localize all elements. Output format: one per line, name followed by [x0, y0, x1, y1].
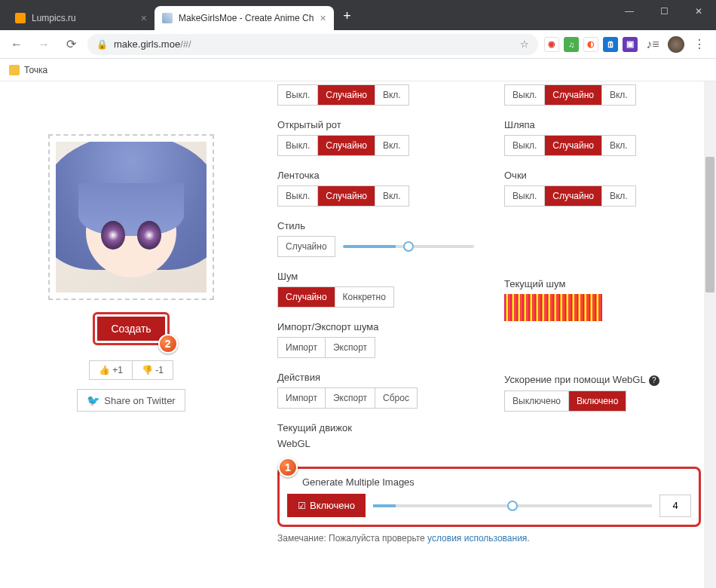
- reload-button[interactable]: ⟳: [60, 34, 81, 55]
- option-label: Стиль: [277, 220, 474, 231]
- vote-group: 👍 +1 👎 -1: [89, 360, 173, 380]
- star-icon[interactable]: ☆: [520, 38, 529, 50]
- ext-icon[interactable]: ◉: [544, 37, 559, 52]
- toggle-off[interactable]: Выкл.: [505, 136, 544, 155]
- noise-concrete[interactable]: Конкретно: [335, 287, 393, 307]
- url-domain: make.girls.moe: [114, 38, 180, 50]
- open-mouth-toggle: Выкл. Случайно Вкл.: [277, 135, 409, 156]
- option-label: Ленточка: [277, 170, 474, 181]
- options-panel: Выкл. Случайно Вкл. Открытый рот Выкл. С…: [262, 81, 716, 588]
- forward-button[interactable]: →: [33, 34, 54, 55]
- toggle-random[interactable]: Случайно: [317, 85, 375, 105]
- generate-button[interactable]: Создать: [97, 317, 164, 341]
- hat-toggle: Выкл. Случайно Вкл.: [504, 135, 636, 156]
- webgl-toggle: Выключено Включено: [504, 390, 626, 412]
- option-label: Открытый рот: [277, 119, 474, 130]
- ext-icon[interactable]: 🗓: [603, 37, 618, 52]
- multi-gen-label: Generate Multiple Images: [302, 476, 691, 488]
- style-value[interactable]: Случайно: [277, 236, 335, 257]
- ribbon-toggle: Выкл. Случайно Вкл.: [277, 185, 409, 207]
- engine-value: WebGL: [277, 438, 474, 449]
- maximize-button[interactable]: ☐: [647, 0, 681, 23]
- tab-lumpics[interactable]: Lumpics.ru ×: [8, 6, 155, 30]
- minimize-button[interactable]: —: [612, 0, 647, 23]
- generate-highlight: Создать 2: [93, 312, 169, 345]
- back-button[interactable]: ←: [6, 34, 27, 55]
- style-slider[interactable]: [343, 245, 474, 248]
- option-label: Действия: [277, 372, 474, 383]
- multi-enabled-button[interactable]: ☑Включено: [287, 494, 366, 517]
- option-label: Текущий шум: [504, 278, 701, 289]
- share-twitter-button[interactable]: 🐦 Share on Twitter: [77, 389, 185, 412]
- multi-count-slider[interactable]: [373, 504, 652, 507]
- avatar[interactable]: [668, 36, 684, 53]
- annotation-badge-2: 2: [158, 334, 178, 354]
- reset-button[interactable]: Сброс: [375, 388, 417, 408]
- toggle-off[interactable]: Выкл.: [505, 186, 544, 206]
- anime-image: [56, 142, 207, 292]
- tab-makegirlsmoe[interactable]: MakeGirlsMoe - Create Anime Ch ×: [155, 6, 334, 30]
- toggle-on[interactable]: Вкл.: [375, 186, 408, 206]
- reading-list-icon[interactable]: ♪≡: [642, 34, 663, 55]
- page-content: Создать 2 👍 +1 👎 -1 🐦 Share on Twitter В…: [0, 81, 716, 588]
- extensions: ◉ ♫ ◐ 🗓 ▣ ♪≡ ⋮: [544, 34, 710, 55]
- check-icon: ☑: [298, 501, 306, 511]
- bookmark-item[interactable]: Точка: [24, 65, 47, 75]
- browser-tab-bar: Lumpics.ru × MakeGirlsMoe - Create Anime…: [0, 0, 716, 30]
- option-label: Шляпа: [504, 119, 701, 130]
- option-label: Импорт/Экспорт шума: [277, 321, 474, 332]
- upvote-button[interactable]: 👍 +1: [90, 361, 132, 379]
- scrollbar[interactable]: [704, 81, 716, 588]
- toggle-off[interactable]: Выкл.: [278, 186, 317, 206]
- toggle-on[interactable]: Вкл.: [601, 136, 635, 155]
- toggle-random[interactable]: Случайно: [317, 136, 375, 155]
- downvote-button[interactable]: 👎 -1: [132, 361, 173, 379]
- toggle-off[interactable]: Выкл.: [505, 85, 544, 105]
- toggle-random[interactable]: Случайно: [317, 186, 375, 206]
- generated-image-frame: [48, 134, 214, 300]
- toggle-random[interactable]: Случайно: [544, 136, 601, 155]
- webgl-enabled[interactable]: Включено: [568, 391, 626, 411]
- close-icon[interactable]: ×: [141, 12, 147, 24]
- favicon-anime-icon: [162, 13, 173, 23]
- option-label: Ускорение при помощи WebGL?: [504, 374, 701, 386]
- share-label: Share on Twitter: [104, 395, 175, 406]
- toggle-off[interactable]: Выкл.: [278, 85, 317, 105]
- new-tab-button[interactable]: +: [340, 8, 355, 24]
- toggle-off[interactable]: Выкл.: [278, 136, 317, 155]
- multi-count-input[interactable]: [659, 495, 691, 517]
- import-button[interactable]: Импорт: [278, 338, 325, 357]
- ext-icon[interactable]: ♫: [564, 37, 579, 52]
- browser-toolbar: ← → ⟳ 🔒 make.girls.moe/#/ ☆ ◉ ♫ ◐ 🗓 ▣ ♪≡…: [0, 30, 716, 59]
- scroll-thumb[interactable]: [705, 157, 714, 292]
- ext-icon[interactable]: ◐: [583, 37, 598, 52]
- favicon-orange-icon: [15, 13, 26, 23]
- toggle-group: Выкл. Случайно Вкл.: [504, 84, 636, 106]
- toggle-random[interactable]: Случайно: [544, 85, 601, 105]
- close-icon[interactable]: ×: [320, 12, 326, 24]
- twitter-icon: 🐦: [87, 394, 99, 406]
- address-bar[interactable]: 🔒 make.girls.moe/#/ ☆: [87, 34, 538, 55]
- lock-icon: 🔒: [96, 39, 108, 50]
- toggle-on[interactable]: Вкл.: [375, 85, 408, 105]
- tab-title: Lumpics.ru: [32, 13, 76, 23]
- noise-io: Импорт Экспорт: [277, 337, 375, 358]
- toggle-on[interactable]: Вкл.: [375, 136, 408, 155]
- export-button[interactable]: Экспорт: [325, 338, 375, 357]
- close-window-button[interactable]: ✕: [681, 0, 716, 23]
- noise-random[interactable]: Случайно: [278, 287, 335, 307]
- menu-icon[interactable]: ⋮: [689, 34, 710, 55]
- toggle-random[interactable]: Случайно: [544, 186, 601, 206]
- help-icon[interactable]: ?: [649, 375, 659, 386]
- webgl-disabled[interactable]: Выключено: [505, 391, 568, 411]
- export-button[interactable]: Экспорт: [325, 388, 375, 408]
- toggle-on[interactable]: Вкл.: [601, 186, 635, 206]
- ext-icon[interactable]: ▣: [623, 37, 638, 52]
- import-button[interactable]: Импорт: [278, 388, 325, 408]
- glasses-toggle: Выкл. Случайно Вкл.: [504, 185, 636, 207]
- terms-link[interactable]: условия использования: [427, 533, 527, 544]
- actions-group: Импорт Экспорт Сброс: [277, 387, 418, 409]
- sidebar: Создать 2 👍 +1 👎 -1 🐦 Share on Twitter: [0, 81, 262, 588]
- toggle-on[interactable]: Вкл.: [601, 85, 635, 105]
- multi-generate-highlight: 1 Generate Multiple Images ☑Включено: [277, 467, 701, 527]
